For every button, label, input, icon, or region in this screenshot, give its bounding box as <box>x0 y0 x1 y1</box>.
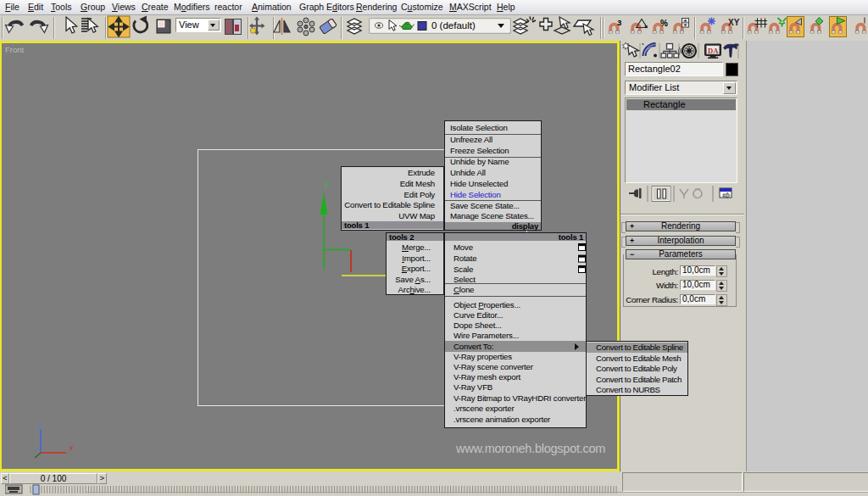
svg-text:z: z <box>36 421 42 429</box>
svg-text:y: y <box>324 180 329 188</box>
svg-text:%: % <box>660 19 668 28</box>
svg-text:3: 3 <box>617 18 621 27</box>
svg-text:x: x <box>69 443 74 452</box>
svg-text:DA: DA <box>708 47 719 55</box>
svg-text:XY: XY <box>728 18 740 27</box>
svg-text:0 (default): 0 (default) <box>431 20 476 31</box>
